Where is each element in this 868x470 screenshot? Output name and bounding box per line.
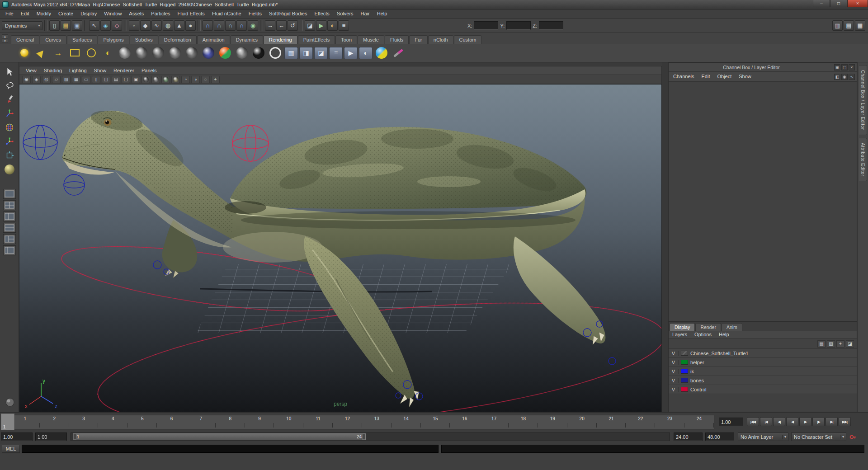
channel-box-menu-item[interactable]: Edit bbox=[698, 72, 713, 81]
go-to-start-button[interactable]: |◀◀ bbox=[747, 417, 759, 426]
auto-keyframe-icon[interactable] bbox=[849, 433, 857, 442]
shelf-tab[interactable]: Rendering bbox=[264, 35, 297, 44]
shelf-tab[interactable]: PaintEffects bbox=[298, 35, 335, 44]
pane-splitter[interactable] bbox=[662, 62, 668, 412]
lock-camera-icon[interactable]: ◈ bbox=[32, 76, 41, 83]
resolution-gate-icon[interactable]: ▯ bbox=[92, 76, 100, 83]
select-camera-icon[interactable]: ◉ bbox=[22, 76, 31, 83]
range-slider-handle[interactable]: 1 24 bbox=[73, 433, 366, 440]
status-line-separator[interactable] bbox=[84, 20, 87, 31]
playback-start-field[interactable] bbox=[35, 432, 67, 441]
ramp-shader-icon[interactable] bbox=[217, 45, 233, 61]
menu-item[interactable]: Window bbox=[100, 9, 125, 18]
shelf-tab[interactable]: Surfaces bbox=[67, 35, 97, 44]
turtle-model[interactable] bbox=[62, 107, 606, 407]
menu-item[interactable]: Fluid nCache bbox=[208, 9, 245, 18]
layer-row[interactable]: V helper bbox=[669, 358, 857, 367]
field-chart-icon[interactable]: ▤ bbox=[112, 76, 120, 83]
select-tool[interactable] bbox=[3, 65, 16, 78]
layer-color-swatch[interactable] bbox=[681, 378, 688, 383]
layer-visibility-toggle[interactable]: V bbox=[669, 387, 679, 392]
z-coordinate-field[interactable] bbox=[539, 21, 563, 30]
new-empty-layer-icon[interactable]: + bbox=[836, 340, 844, 348]
time-slider[interactable]: 123456789101112131415161718192021222324 bbox=[10, 415, 714, 429]
new-layer-from-selected-icon[interactable]: ◪ bbox=[846, 340, 854, 348]
play-forward-button[interactable]: ▶ bbox=[799, 417, 811, 426]
image-plane-icon[interactable]: ▨ bbox=[62, 76, 71, 83]
step-back-frame-button[interactable]: |◀ bbox=[760, 417, 772, 426]
render-settings-icon[interactable]: ≡ bbox=[339, 20, 349, 31]
single-pane-layout-button[interactable] bbox=[3, 189, 16, 199]
select-by-component-icon[interactable]: ◇ bbox=[112, 20, 122, 31]
layer-visibility-toggle[interactable]: V bbox=[669, 360, 679, 365]
playback-end-field[interactable] bbox=[674, 432, 703, 441]
speed-ramp-icon[interactable]: ◉ bbox=[841, 74, 848, 80]
universal-manipulator-tool[interactable] bbox=[3, 149, 16, 162]
channel-box-content[interactable] bbox=[669, 82, 857, 321]
mask-surfaces-icon[interactable]: ◍ bbox=[163, 20, 173, 31]
input-connections-icon[interactable]: → bbox=[265, 20, 275, 31]
shelf-tab[interactable]: Custom bbox=[454, 35, 482, 44]
go-to-end-button[interactable]: ▶▶| bbox=[839, 417, 851, 426]
head-control-curve[interactable] bbox=[23, 125, 57, 160]
panel-menu-item[interactable]: Panels bbox=[138, 66, 160, 75]
paint-effects-brush-icon[interactable] bbox=[391, 45, 406, 61]
volume-light-icon[interactable] bbox=[84, 45, 99, 61]
show-manipulator-icon[interactable] bbox=[3, 396, 17, 409]
layer-row[interactable]: V bones bbox=[669, 376, 857, 385]
channel-box-menu-item[interactable]: Object bbox=[713, 72, 735, 81]
toggle-channel-box-icon[interactable]: ▦ bbox=[855, 20, 865, 31]
menu-item[interactable]: Soft/Rigid Bodies bbox=[265, 9, 311, 18]
new-scene-icon[interactable]: ▯ bbox=[49, 20, 60, 31]
construction-history-icon[interactable]: ↺ bbox=[288, 20, 298, 31]
shelf-tab[interactable]: Fluids bbox=[385, 35, 409, 44]
three-pane-layout-button[interactable] bbox=[3, 234, 16, 244]
lasso-select-tool[interactable] bbox=[3, 79, 16, 92]
shelf-tab[interactable]: Fur bbox=[409, 35, 428, 44]
play-backwards-button[interactable]: ◀ bbox=[786, 417, 798, 426]
menu-item[interactable]: Modify bbox=[33, 9, 55, 18]
menu-item[interactable]: Solvers bbox=[333, 9, 357, 18]
make-live-icon[interactable]: ◉ bbox=[248, 20, 258, 31]
playback-speed-field[interactable] bbox=[719, 418, 743, 426]
shelf-tab[interactable]: Animation bbox=[197, 35, 230, 44]
status-line-separator[interactable] bbox=[124, 20, 127, 31]
status-line-separator[interactable] bbox=[300, 20, 303, 31]
menu-item[interactable]: Fields bbox=[245, 9, 265, 18]
blinn-material-icon[interactable] bbox=[134, 45, 149, 61]
snap-to-grid-icon[interactable]: ∩ bbox=[203, 20, 213, 31]
shading-map-icon[interactable] bbox=[268, 45, 283, 61]
channel-box-menu-item[interactable]: Channels bbox=[670, 72, 698, 81]
wireframe-mode-icon[interactable] bbox=[142, 76, 150, 83]
toon-shader-icon[interactable] bbox=[374, 45, 389, 61]
spot-light-icon[interactable] bbox=[33, 45, 49, 61]
character-set-dropdown[interactable]: No Character Set ▾ bbox=[791, 432, 846, 441]
layer-editor-menu-item[interactable]: Help bbox=[715, 330, 733, 339]
snap-to-point-icon[interactable]: ∩ bbox=[225, 20, 236, 31]
status-line-separator[interactable] bbox=[44, 20, 47, 31]
move-tool[interactable] bbox=[3, 107, 16, 120]
snap-to-curve-icon[interactable]: ∩ bbox=[214, 20, 224, 31]
layer-editor-tab[interactable]: Anim bbox=[722, 323, 742, 331]
animation-start-field[interactable] bbox=[1, 432, 33, 441]
shelf-tab[interactable]: Muscle bbox=[358, 35, 384, 44]
directional-light-icon[interactable]: → bbox=[50, 45, 66, 61]
jaw-control-curve[interactable] bbox=[64, 174, 85, 195]
rotate-tool[interactable] bbox=[3, 121, 16, 134]
range-slider-track[interactable]: 1 24 bbox=[71, 432, 670, 441]
ipr-render-icon[interactable]: ◐ bbox=[327, 20, 338, 31]
shaded-sphere-icon[interactable] bbox=[117, 45, 132, 61]
minimize-button[interactable]: – bbox=[813, 0, 830, 7]
show-manipulators-icon[interactable]: ◧ bbox=[834, 74, 840, 80]
layer-color-swatch[interactable] bbox=[681, 360, 688, 365]
safe-action-icon[interactable]: ▢ bbox=[122, 76, 130, 83]
soft-modification-tool[interactable] bbox=[3, 163, 16, 176]
layer-color-swatch[interactable] bbox=[681, 351, 688, 356]
camera-attributes-icon[interactable]: ◎ bbox=[42, 76, 51, 83]
layer-row[interactable]: V Chinese_Softshell_Turtle1 bbox=[669, 349, 857, 358]
anim-layer-dropdown[interactable]: No Anim Layer ▾ bbox=[738, 432, 788, 441]
mask-curves-icon[interactable]: ∿ bbox=[151, 20, 162, 31]
shelf-tab[interactable]: nCloth bbox=[428, 35, 453, 44]
render-settings-icon[interactable]: ≡ bbox=[329, 47, 343, 59]
x-coordinate-field[interactable] bbox=[474, 21, 498, 30]
